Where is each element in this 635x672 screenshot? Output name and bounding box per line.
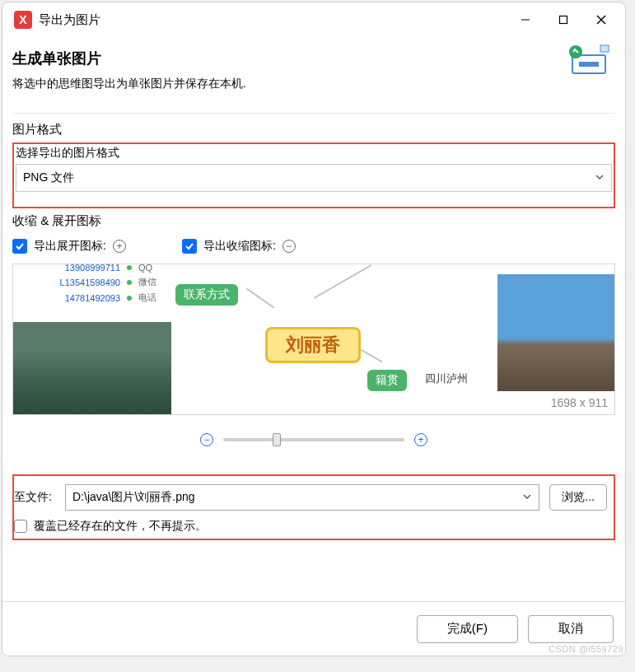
export-dialog: X 导出为图片 生成单张图片 将选中的思维图导出为单张图片并保存在本机. 图片格… — [2, 2, 626, 656]
format-select[interactable]: PNG 文件 — [16, 164, 612, 192]
mindmap-contact-node: 联系方式 — [175, 284, 238, 306]
minus-circle-icon: − — [282, 240, 296, 253]
close-button[interactable] — [582, 7, 620, 33]
file-path-input[interactable]: D:\java\图片\刘丽香.png — [65, 484, 539, 511]
mindmap-origin-text: 四川泸州 — [425, 371, 468, 386]
window-controls — [507, 7, 620, 33]
zoom-controls: − + — [12, 423, 615, 466]
file-label: 至文件: — [14, 490, 60, 505]
format-selected-value: PNG 文件 — [23, 170, 74, 185]
cancel-button[interactable]: 取消 — [528, 615, 614, 643]
highlight-format-box: 选择导出的图片格式 PNG 文件 — [12, 142, 615, 208]
file-path-value: D:\java\图片\刘丽香.png — [72, 490, 195, 505]
window-title: 导出为图片 — [39, 12, 507, 28]
maximize-button[interactable] — [544, 7, 582, 33]
contact-row: L13541598490微信 — [38, 274, 156, 290]
preview-pane: 13908999711QQ L13541598490微信 14781492093… — [12, 264, 615, 415]
zoom-out-button[interactable]: − — [200, 433, 213, 446]
icons-group-label: 收缩 & 展开图标 — [12, 213, 615, 229]
plus-circle-icon: + — [113, 240, 126, 253]
titlebar: X 导出为图片 — [2, 2, 625, 37]
svg-point-6 — [569, 45, 582, 58]
contact-row: 14781492093电话 — [38, 290, 156, 306]
highlight-file-box: 至文件: D:\java\图片\刘丽香.png 浏览... 覆盖已经存在的文件，… — [12, 474, 615, 540]
format-field-label: 选择导出的图片格式 — [16, 146, 612, 161]
finish-button[interactable]: 完成(F) — [417, 615, 518, 643]
export-image-illustration-icon — [564, 44, 610, 77]
export-collapse-label: 导出收缩图标: — [203, 239, 276, 254]
svg-rect-7 — [600, 45, 609, 52]
browse-button[interactable]: 浏览... — [549, 484, 607, 511]
page-heading: 生成单张图片 — [12, 49, 246, 68]
chevron-down-icon — [595, 171, 605, 184]
app-icon: X — [14, 11, 32, 29]
export-expand-checkbox[interactable] — [12, 239, 27, 254]
format-section-label: 图片格式 — [12, 122, 615, 138]
chevron-down-icon — [522, 491, 532, 504]
mindmap-center-node: 刘丽香 — [265, 327, 361, 363]
contact-row: 13908999711QQ — [38, 264, 156, 274]
zoom-in-button[interactable]: + — [414, 433, 427, 446]
zoom-slider[interactable] — [223, 438, 404, 441]
zoom-slider-thumb[interactable] — [273, 433, 281, 446]
overwrite-checkbox[interactable] — [14, 520, 27, 533]
preview-image-left — [13, 322, 171, 415]
export-expand-label: 导出展开图标: — [34, 239, 106, 254]
mindmap-origin-node: 籍贯 — [367, 370, 407, 391]
export-collapse-checkbox[interactable] — [182, 239, 197, 254]
svg-rect-1 — [560, 16, 567, 24]
overwrite-label: 覆盖已经存在的文件，不再提示。 — [34, 519, 207, 534]
page-subheading: 将选中的思维图导出为单张图片并保存在本机. — [12, 77, 246, 91]
preview-image-right — [497, 274, 614, 391]
preview-dimensions: 1698 x 911 — [551, 396, 608, 409]
minimize-button[interactable] — [507, 7, 544, 33]
contact-list: 13908999711QQ L13541598490微信 14781492093… — [38, 264, 156, 306]
dialog-footer: 完成(F) 取消 — [2, 601, 625, 656]
svg-rect-5 — [579, 62, 599, 67]
